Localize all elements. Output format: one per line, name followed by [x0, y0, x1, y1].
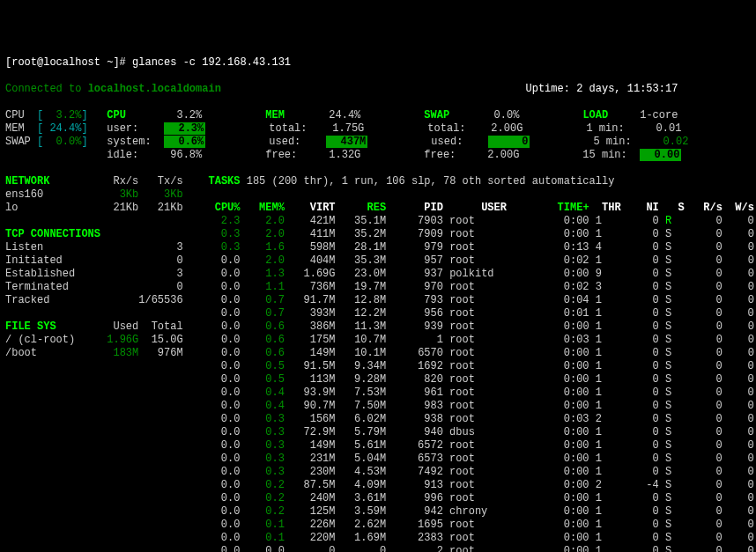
proc-time[interactable]: 0:00: [513, 505, 596, 518]
proc-cpu[interactable]: 0.0: [208, 373, 246, 386]
proc-ws[interactable]: 0: [729, 281, 754, 293]
proc-cpu[interactable]: 0.0: [208, 413, 246, 425]
proc-rs[interactable]: 0: [691, 505, 729, 518]
proc-state[interactable]: S: [665, 453, 691, 465]
proc-mem[interactable]: 0.3: [247, 453, 291, 465]
proc-ws[interactable]: 0: [729, 228, 754, 240]
proc-virt[interactable]: 91.7M: [291, 294, 342, 306]
proc-res[interactable]: 6.02M: [342, 413, 393, 425]
proc-res[interactable]: 5.79M: [342, 426, 393, 438]
proc-header-s[interactable]: S: [665, 202, 691, 214]
proc-cpu[interactable]: 0.0: [208, 426, 246, 438]
proc-mem[interactable]: 0.3: [247, 426, 291, 438]
proc-time[interactable]: 0:00: [513, 532, 596, 544]
proc-mem[interactable]: 0.1: [247, 532, 291, 544]
proc-user[interactable]: root: [449, 307, 513, 320]
proc-state[interactable]: S: [665, 254, 691, 267]
proc-virt[interactable]: 90.7M: [291, 400, 342, 412]
proc-pid[interactable]: 6573: [392, 453, 449, 465]
proc-ni[interactable]: 0: [627, 466, 665, 478]
proc-mem[interactable]: 1.3: [247, 268, 291, 280]
proc-pid[interactable]: 940: [392, 426, 449, 438]
proc-state[interactable]: S: [665, 307, 691, 320]
proc-pid[interactable]: 7903: [392, 215, 449, 227]
proc-cpu[interactable]: 0.0: [208, 439, 246, 452]
proc-user[interactable]: root: [449, 439, 513, 452]
proc-ws[interactable]: 0: [729, 426, 754, 438]
proc-res[interactable]: 23.0M: [342, 268, 393, 280]
proc-ni[interactable]: -4: [627, 479, 665, 491]
proc-time[interactable]: 0:04: [513, 294, 596, 306]
proc-ni[interactable]: 0: [627, 254, 665, 267]
proc-ws[interactable]: 0: [729, 466, 754, 478]
proc-mem[interactable]: 0.3: [247, 413, 291, 425]
proc-thr[interactable]: 1: [596, 320, 627, 333]
proc-header-user[interactable]: USER: [449, 202, 513, 214]
proc-ni[interactable]: 0: [627, 228, 665, 240]
proc-thr[interactable]: 1: [596, 400, 627, 412]
proc-virt[interactable]: 220M: [291, 532, 342, 544]
proc-mem[interactable]: 0.4: [247, 400, 291, 412]
proc-ws[interactable]: 0: [729, 347, 754, 359]
proc-header-mem%[interactable]: MEM%: [247, 202, 291, 214]
proc-virt[interactable]: 91.5M: [291, 360, 342, 372]
proc-state[interactable]: S: [665, 294, 691, 306]
proc-header-time+[interactable]: TIME+: [513, 202, 596, 214]
proc-rs[interactable]: 0: [691, 386, 729, 399]
proc-thr[interactable]: 9: [596, 268, 627, 280]
proc-mem[interactable]: 0.1: [247, 519, 291, 531]
proc-state[interactable]: S: [665, 334, 691, 346]
proc-ni[interactable]: 0: [627, 426, 665, 438]
proc-pid[interactable]: 1695: [392, 519, 449, 531]
proc-pid[interactable]: 957: [392, 254, 449, 267]
proc-cpu[interactable]: 2.3: [208, 215, 246, 227]
proc-time[interactable]: 0:00: [513, 373, 596, 386]
proc-header-thr[interactable]: THR: [596, 202, 627, 214]
proc-res[interactable]: 5.61M: [342, 439, 393, 452]
proc-rs[interactable]: 0: [691, 215, 729, 227]
proc-time[interactable]: 0:02: [513, 254, 596, 267]
proc-header-r/s[interactable]: R/s: [691, 202, 729, 214]
proc-ni[interactable]: 0: [627, 413, 665, 425]
proc-pid[interactable]: 6570: [392, 347, 449, 359]
proc-ws[interactable]: 0: [729, 294, 754, 306]
proc-rs[interactable]: 0: [691, 254, 729, 267]
proc-ws[interactable]: 0: [729, 215, 754, 227]
proc-pid[interactable]: 961: [392, 386, 449, 399]
proc-pid[interactable]: 996: [392, 492, 449, 504]
proc-thr[interactable]: 3: [596, 281, 627, 293]
proc-time[interactable]: 0:13: [513, 241, 596, 254]
proc-user[interactable]: root: [449, 347, 513, 359]
proc-rs[interactable]: 0: [691, 320, 729, 333]
proc-mem[interactable]: 0.5: [247, 373, 291, 386]
proc-mem[interactable]: 0.3: [247, 439, 291, 452]
proc-cpu[interactable]: 0.0: [208, 294, 246, 306]
proc-res[interactable]: 9.34M: [342, 360, 393, 372]
proc-thr[interactable]: 1: [596, 545, 627, 552]
proc-res[interactable]: 35.1M: [342, 215, 393, 227]
proc-res[interactable]: 7.50M: [342, 400, 393, 412]
proc-cpu[interactable]: 0.0: [208, 360, 246, 372]
proc-thr[interactable]: 2: [596, 413, 627, 425]
proc-time[interactable]: 0:01: [513, 307, 596, 320]
proc-thr[interactable]: 1: [596, 373, 627, 386]
proc-rs[interactable]: 0: [691, 294, 729, 306]
proc-virt[interactable]: 404M: [291, 254, 342, 267]
proc-user[interactable]: root: [449, 532, 513, 544]
proc-virt[interactable]: 421M: [291, 215, 342, 227]
proc-rs[interactable]: 0: [691, 347, 729, 359]
proc-rs[interactable]: 0: [691, 307, 729, 320]
proc-pid[interactable]: 793: [392, 294, 449, 306]
proc-res[interactable]: 35.3M: [342, 254, 393, 267]
proc-virt[interactable]: 230M: [291, 466, 342, 478]
proc-thr[interactable]: 1: [596, 426, 627, 438]
proc-virt[interactable]: 0: [291, 545, 342, 552]
proc-mem[interactable]: 0.2: [247, 492, 291, 504]
proc-rs[interactable]: 0: [691, 228, 729, 240]
proc-res[interactable]: 12.8M: [342, 294, 393, 306]
proc-ni[interactable]: 0: [627, 505, 665, 518]
proc-time[interactable]: 0:00: [513, 466, 596, 478]
proc-rs[interactable]: 0: [691, 439, 729, 452]
proc-virt[interactable]: 156M: [291, 413, 342, 425]
proc-user[interactable]: dbus: [449, 426, 513, 438]
